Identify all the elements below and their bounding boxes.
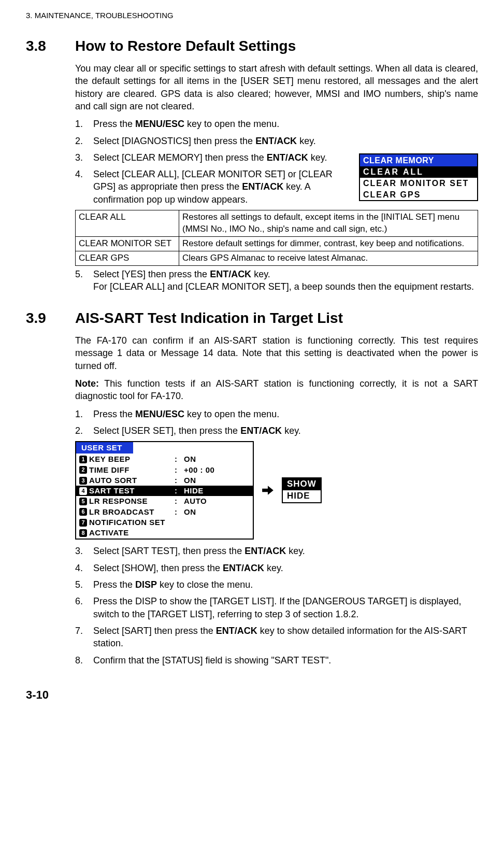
step-5: Select [YES] then press the ENT/ACK key.… [75,268,478,293]
step-5: Press the DISP key to close the menu. [75,578,478,591]
num-badge: 8 [79,529,87,537]
section-intro: You may clear all or specific settings t… [75,62,478,112]
section-number: 3.8 [26,36,75,56]
step-3: CLEAR MEMORY CLEAR ALL CLEAR MONITOR SET… [75,151,478,164]
arrow-right-icon [261,484,275,497]
steps-list: Press the MENU/ESC key to open the menu.… [75,118,478,206]
section-number: 3.9 [26,308,75,328]
steps-list-cont: Select [YES] then press the ENT/ACK key.… [75,268,478,293]
step-4: Select [SHOW], then press the ENT/ACK ke… [75,562,478,574]
table-row: CLEAR GPS Clears GPS Almanac to receive … [76,251,478,265]
table-row: CLEAR MONITOR SET Restore default settin… [76,236,478,251]
step-1: Press the MENU/ESC key to open the menu. [75,408,478,420]
step-2: Select [DIAGNOSTICS] then press the ENT/… [75,135,478,147]
step-7: Select [SART] then press the ENT/ACK key… [75,625,478,650]
step-4: Select [CLEAR ALL], [CLEAR MONITOR SET] … [75,168,478,206]
num-badge: 1 [79,456,87,463]
section-intro: The FA-170 can confirm if an AIS-SART st… [75,334,478,372]
user-set-illustration: USER SET 1 KEY BEEP : ON 2 TIME DIFF : +… [75,441,478,540]
show-hide-option: HIDE [283,490,321,502]
clear-options-table: CLEAR ALL Restores all settings to defau… [75,210,478,266]
step-2: Select [USER SET], then press the ENT/AC… [75,424,478,437]
step-3: Select [SART TEST], then press the ENT/A… [75,545,478,557]
num-badge: 6 [79,508,87,516]
num-badge: 7 [79,519,87,527]
num-badge: 5 [79,498,87,505]
step-8: Confirm that the [STATUS] field is showi… [75,654,478,667]
section-3-9: 3.9 AIS-SART Test Indication in Target L… [26,308,478,667]
user-set-item: 7 NOTIFICATION SET [76,517,253,528]
user-set-item: 8 ACTIVATE [76,528,253,538]
section-3-8: 3.8 How to Restore Default Settings You … [26,36,478,293]
table-row: CLEAR ALL Restores all settings to defau… [76,210,478,237]
show-hide-panel: SHOW HIDE [282,477,322,503]
user-set-item-selected: 4 SART TEST : HIDE [76,486,253,496]
show-hide-selected: SHOW [283,478,321,490]
num-badge: 3 [79,477,87,485]
step-1: Press the MENU/ESC key to open the menu. [75,118,478,130]
user-set-item: 3 AUTO SORT : ON [76,475,253,486]
user-set-item: 1 KEY BEEP : ON [76,454,253,464]
num-badge: 2 [79,466,87,474]
note: Note: This function tests if an AIS-SART… [75,377,478,403]
user-set-item: 6 LR BROADCAST : ON [76,507,253,517]
num-badge: 4 [79,487,87,495]
user-set-item: 5 LR RESPONSE : AUTO [76,496,253,506]
user-set-panel: USER SET 1 KEY BEEP : ON 2 TIME DIFF : +… [75,441,254,540]
step-6: Press the DISP to show the [TARGET LIST]… [75,595,478,620]
user-set-title: USER SET [76,442,133,454]
steps-list: Press the MENU/ESC key to open the menu.… [75,408,478,437]
page-header: 3. MAINTENANCE, TROUBLESHOOTING [26,10,478,21]
page-number: 3-10 [26,687,478,703]
user-set-item: 2 TIME DIFF : +00 : 00 [76,465,253,475]
clear-memory-title: CLEAR MEMORY [360,154,477,167]
steps-list-cont: Select [SART TEST], then press the ENT/A… [75,545,478,666]
section-title: AIS-SART Test Indication in Target List [75,308,343,328]
section-title: How to Restore Default Settings [75,36,296,56]
